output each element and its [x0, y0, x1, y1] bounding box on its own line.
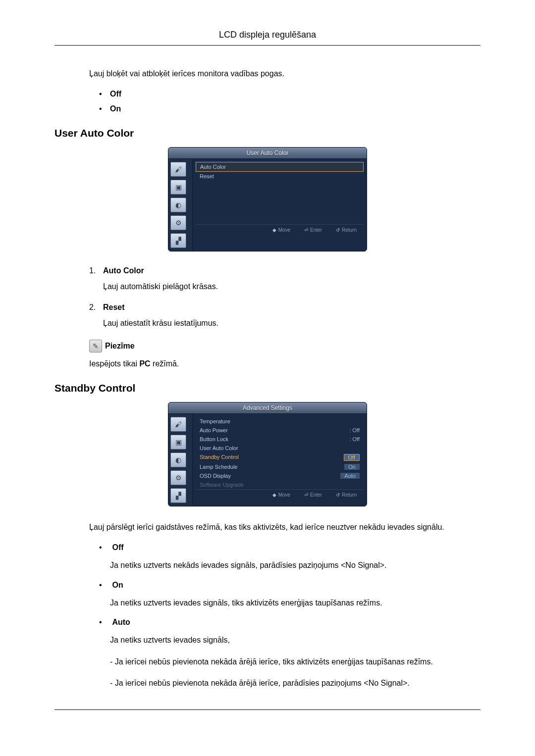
osd-user-auto-color: User Auto Color 🖌 ▣ ◐ ⚙ ▞ Auto Color Res…: [168, 147, 367, 252]
osd2-temperature[interactable]: Temperature: [196, 417, 364, 426]
intro-bullet-off: Off: [110, 90, 121, 98]
osd2-osd-display[interactable]: OSD DisplayAuto: [196, 471, 364, 480]
osd2-lamp-schedule[interactable]: Lamp ScheduleOn: [196, 462, 364, 471]
standby-desc: Ļauj pārslēgt ierīci gaidstāves režīmā, …: [89, 521, 481, 533]
standby-auto-desc3: - Ja ierīcei nebūs pievienota nekāda ārē…: [110, 677, 481, 690]
section-user-auto-color-heading: User Auto Color: [54, 127, 481, 139]
osd2-sidebar: 🖌 ▣ ◐ ⚙ ▞: [168, 414, 193, 506]
osd-sidebar: 🖌 ▣ ◐ ⚙ ▞: [168, 159, 193, 251]
osd-advanced-settings: Advanced Settings 🖌 ▣ ◐ ⚙ ▞ Temperature …: [168, 402, 367, 506]
intro-bullets: Off On: [99, 90, 481, 113]
osd2-software-upgrade: Software Upgrade: [196, 480, 364, 489]
enter-icon: ⏎: [304, 492, 308, 498]
note-label: Piezīme: [105, 342, 135, 351]
pip-icon: ▞: [170, 233, 186, 248]
picture-icon: ▣: [170, 180, 186, 195]
move-icon: ◆: [272, 492, 276, 498]
osd2-standby-control[interactable]: Standby ControlOff: [196, 453, 364, 462]
gear-icon: ⚙: [170, 470, 186, 485]
standby-off-desc: Ja netiks uztverts nekāds ievades signāl…: [110, 559, 481, 572]
standby-auto-desc1: Ja netiks uztverts ievades signāls,: [110, 634, 481, 647]
osd2-button-lock[interactable]: Button Lock: Off: [196, 435, 364, 444]
clock-icon: ◐: [170, 453, 186, 467]
standby-on-desc: Ja netiks uztverts ievades signāls, tiks…: [110, 597, 481, 609]
osd2-menu: Temperature Auto Power: Off Button Lock:…: [193, 414, 367, 506]
paint-icon: 🖌: [170, 417, 186, 432]
paint-icon: 🖌: [170, 162, 186, 177]
osd2-footer: ◆Move ⏎Enter ↺Return: [196, 489, 364, 500]
move-icon: ◆: [272, 227, 276, 233]
numbered-list: 1.Auto Color Ļauj automātiski pielāgot k…: [89, 266, 481, 328]
num-auto-color: Auto Color: [103, 266, 144, 275]
intro-text: Ļauj bloķēt vai atbloķēt ierīces monitor…: [89, 68, 481, 80]
num-reset: Reset: [103, 303, 125, 311]
osd2-auto-power[interactable]: Auto Power: Off: [196, 426, 364, 435]
num-reset-desc: Ļauj atiestatīt krāsu iestatījumus.: [103, 319, 481, 328]
return-icon: ↺: [336, 227, 340, 233]
standby-on: On: [112, 581, 123, 589]
osd-footer: ◆Move ⏎Enter ↺Return: [196, 224, 364, 235]
osd2-title: Advanced Settings: [168, 403, 367, 414]
footer-divider: [54, 709, 481, 710]
osd2-user-auto-color[interactable]: User Auto Color: [196, 444, 364, 453]
clock-icon: ◐: [170, 198, 186, 212]
enter-icon: ⏎: [304, 227, 308, 233]
note-icon: ✎: [89, 340, 102, 353]
pip-icon: ▞: [170, 488, 186, 503]
page-header: LCD displeja regulēšana: [54, 30, 481, 46]
osd-title: User Auto Color: [168, 148, 367, 159]
osd-item-auto-color[interactable]: Auto Color: [196, 162, 364, 172]
note-text: Iespējots tikai PC režīmā.: [89, 359, 481, 368]
osd-item-reset[interactable]: Reset: [196, 172, 364, 181]
standby-auto-desc2: - Ja ierīcei nebūs pievienota nekāda ārē…: [110, 655, 481, 668]
num-auto-color-desc: Ļauj automātiski pielāgot krāsas.: [103, 282, 481, 291]
gear-icon: ⚙: [170, 215, 186, 230]
standby-bullets: Off Ja netiks uztverts nekāds ievades si…: [99, 543, 481, 690]
intro-bullet-on: On: [110, 104, 121, 113]
osd-menu: Auto Color Reset ◆Move ⏎Enter ↺Return: [193, 159, 367, 251]
picture-icon: ▣: [170, 435, 186, 450]
return-icon: ↺: [336, 492, 340, 498]
section-standby-control-heading: Standby Control: [54, 382, 481, 394]
standby-auto: Auto: [112, 618, 130, 626]
standby-off: Off: [112, 543, 123, 552]
